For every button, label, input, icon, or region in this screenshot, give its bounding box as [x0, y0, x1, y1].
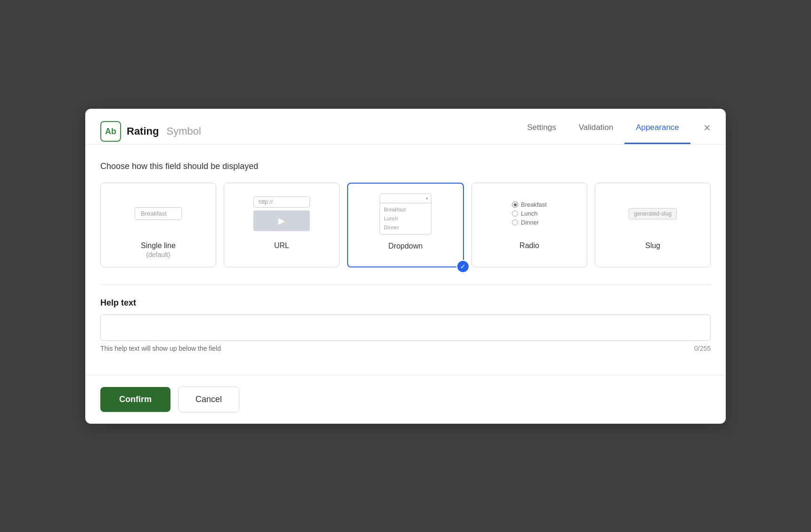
radio-circle-lunch	[512, 210, 518, 217]
preview-radio-wrap: Breakfast Lunch Dinner	[512, 201, 547, 226]
preview-url-thumbnail: ▶	[253, 210, 310, 231]
header-tabs: Settings Validation Appearance	[516, 119, 690, 144]
card-label-slug: Slug	[645, 242, 660, 250]
play-icon: ▶	[278, 216, 285, 226]
field-type-label: Symbol	[166, 125, 201, 137]
card-preview-url: http:// ▶	[230, 193, 333, 235]
help-text-section: Help text This help text will show up be…	[100, 298, 711, 352]
help-text-label: Help text	[100, 298, 711, 308]
modal-body: Choose how this field should be displaye…	[85, 145, 726, 363]
preview-single-line-input: Breakfast	[135, 207, 182, 220]
preview-dropdown-wrap: ▾ BreakfastLunchDinner	[380, 193, 431, 234]
help-text-input[interactable]	[100, 314, 711, 341]
section-divider	[100, 284, 711, 285]
card-slug[interactable]: generated-slug Slug	[595, 183, 711, 267]
selected-checkmark-badge: ✓	[456, 260, 470, 273]
card-label-url: URL	[274, 242, 289, 250]
preview-dropdown-options: BreakfastLunchDinner	[380, 203, 431, 234]
close-button[interactable]: ×	[704, 121, 711, 141]
card-label-radio: Radio	[519, 242, 539, 250]
radio-item-lunch: Lunch	[512, 210, 537, 217]
display-section-label: Choose how this field should be displaye…	[100, 161, 711, 171]
card-url[interactable]: http:// ▶ URL	[224, 183, 340, 267]
modal-dialog: Ab Rating Symbol Settings Validation App…	[85, 109, 726, 424]
radio-item-breakfast: Breakfast	[512, 201, 547, 208]
preview-slug-input: generated-slug	[629, 208, 677, 219]
card-preview-slug: generated-slug	[601, 193, 705, 235]
card-dropdown[interactable]: ▾ BreakfastLunchDinner Dropdown ✓	[347, 183, 464, 267]
tab-appearance[interactable]: Appearance	[624, 119, 690, 144]
card-sublabel-single-line: (default)	[146, 251, 170, 258]
field-type-icon: Ab	[100, 121, 121, 142]
modal-header: Ab Rating Symbol Settings Validation App…	[85, 109, 726, 144]
display-cards: Breakfast Single line (default) http:// …	[100, 183, 711, 267]
preview-dropdown-select: ▾	[380, 194, 431, 203]
card-preview-radio: Breakfast Lunch Dinner	[478, 193, 581, 235]
tab-settings[interactable]: Settings	[516, 119, 567, 144]
radio-circle-breakfast	[512, 202, 518, 208]
help-text-hint: This help text will show up below the fi…	[100, 345, 221, 352]
card-preview-dropdown: ▾ BreakfastLunchDinner	[354, 193, 457, 235]
help-hint-row: This help text will show up below the fi…	[100, 345, 711, 352]
radio-item-dinner: Dinner	[512, 219, 539, 226]
card-preview-single-line: Breakfast	[106, 193, 210, 235]
preview-url-wrap: http:// ▶	[230, 196, 333, 231]
radio-circle-dinner	[512, 219, 518, 226]
cancel-button[interactable]: Cancel	[178, 387, 239, 412]
card-single-line[interactable]: Breakfast Single line (default)	[100, 183, 216, 267]
card-label-dropdown: Dropdown	[389, 242, 423, 250]
help-text-count: 0/255	[694, 345, 711, 352]
tab-validation[interactable]: Validation	[568, 119, 624, 144]
preview-url-input: http://	[253, 196, 310, 208]
confirm-button[interactable]: Confirm	[100, 387, 170, 412]
dropdown-arrow-icon: ▾	[426, 196, 428, 201]
field-name: Rating	[127, 125, 159, 137]
modal-overlay: Ab Rating Symbol Settings Validation App…	[0, 0, 811, 532]
card-radio[interactable]: Breakfast Lunch Dinner Ra	[471, 183, 587, 267]
modal-footer: Confirm Cancel	[85, 375, 726, 424]
card-label-single-line: Single line	[141, 242, 176, 250]
